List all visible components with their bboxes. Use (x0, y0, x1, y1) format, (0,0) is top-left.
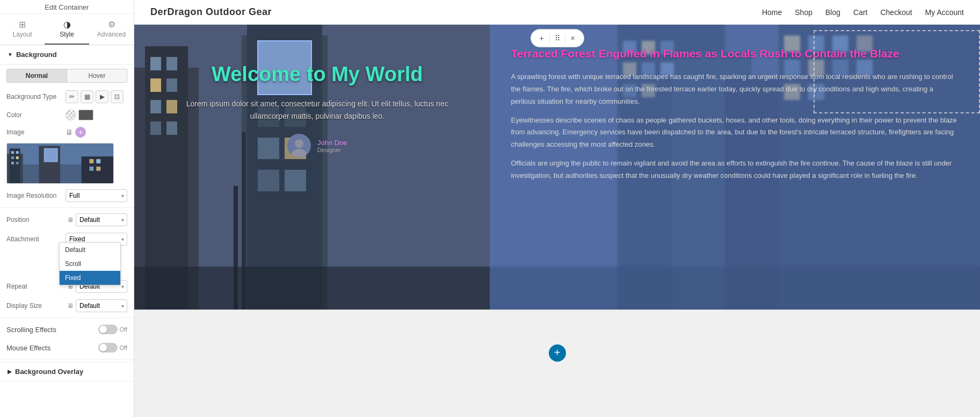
svg-rect-8 (11, 162, 14, 164)
hero-section: + ⠿ × Welcome to M (134, 25, 980, 310)
attachment-option-fixed[interactable]: Fixed (60, 271, 120, 285)
image-preview-svg (7, 143, 113, 184)
color-label: Color (6, 111, 66, 119)
background-type-label: Background Type (6, 93, 66, 100)
position-select[interactable]: Default Top Left Center (76, 213, 127, 226)
mouse-effects-track[interactable] (98, 343, 118, 353)
tab-style-label: Style (60, 31, 74, 38)
display-size-select[interactable]: Default Cover Contain (76, 299, 127, 312)
svg-rect-16 (89, 167, 93, 171)
scrolling-effects-row: Scrolling Effects Off (0, 320, 134, 339)
scrolling-effects-value: Off (120, 326, 127, 333)
image-controls: 🖥 + (66, 127, 127, 138)
nav-blog[interactable]: Blog (825, 8, 840, 17)
add-section-button[interactable]: + (549, 344, 566, 362)
tab-layout-label: Layout (12, 31, 32, 38)
svg-rect-6 (11, 156, 14, 159)
divider-3 (0, 359, 134, 360)
image-resolution-controls: Full Large Medium ▾ (66, 189, 127, 202)
state-normal-btn[interactable]: Normal (6, 69, 67, 83)
article-paragraph-2: Eyewitnesses describe scenes of chaos as… (511, 114, 959, 151)
scrolling-effects-label: Scrolling Effects (6, 326, 56, 334)
canvas-area: + ⠿ × Welcome to M (134, 25, 980, 417)
repeat-label: Repeat (6, 283, 66, 290)
hero-body-text: Lorem ipsum dolor sit amet, consectetur … (166, 98, 468, 124)
author-name: John Doe (317, 139, 347, 147)
bg-type-slideshow-icon[interactable]: ⊡ (111, 90, 124, 103)
add-icon: + (539, 34, 543, 42)
scrolling-effects-toggle[interactable]: Off (98, 325, 127, 334)
mouse-effects-label: Mouse Effects (6, 344, 50, 352)
avatar-svg (287, 134, 311, 157)
below-hero-section: + (134, 310, 980, 396)
hero-left-column: Welcome to My World Lorem ipsum dolor si… (134, 25, 490, 310)
attachment-dropdown-menu: Default Scroll Fixed (59, 242, 121, 285)
hero-author: John Doe Designer (287, 134, 347, 157)
nav-home[interactable]: Home (762, 8, 782, 17)
drag-handle-button[interactable]: ⠿ (551, 32, 564, 45)
color-swatch-row (66, 110, 93, 120)
state-hover-btn[interactable]: Hover (67, 69, 127, 83)
image-resolution-row: Image Resolution Full Large Medium ▾ (0, 186, 134, 205)
mouse-effects-row: Mouse Effects Off (0, 339, 134, 357)
tab-layout[interactable]: ⊞ Layout (0, 14, 45, 45)
mouse-effects-thumb (99, 344, 107, 351)
svg-point-66 (295, 139, 303, 148)
position-select-wrap[interactable]: Default Top Left Center ▾ (76, 213, 127, 226)
floating-toolbar: + ⠿ × (531, 29, 584, 47)
background-section-header[interactable]: ▼ Background (0, 45, 134, 64)
svg-rect-15 (96, 159, 100, 163)
nav-cart[interactable]: Cart (853, 8, 867, 17)
image-preview-inner (7, 143, 113, 183)
svg-rect-5 (16, 151, 19, 154)
color-row: Color (0, 106, 134, 124)
color-picker-rect[interactable] (78, 110, 93, 120)
image-resolution-select-wrap[interactable]: Full Large Medium ▾ (66, 189, 127, 202)
svg-rect-17 (96, 167, 100, 171)
bg-type-video-icon[interactable]: ▶ (96, 90, 108, 103)
background-section-label: Background (16, 51, 57, 59)
author-role: Designer (317, 147, 347, 153)
scrolling-effects-track[interactable] (98, 325, 118, 334)
image-label: Image (6, 128, 66, 136)
advanced-icon: ⚙ (89, 19, 134, 30)
svg-rect-4 (11, 151, 14, 154)
svg-rect-14 (89, 159, 93, 163)
tab-style[interactable]: ◑ Style (45, 14, 89, 45)
background-overlay-label: Background Overlay (15, 368, 83, 376)
author-avatar (287, 134, 311, 157)
nav-checkout[interactable]: Checkout (880, 8, 912, 17)
attachment-label: Attachment (6, 235, 66, 243)
bg-type-icons: ✏ ▦ ▶ ⊡ (66, 90, 124, 103)
tab-advanced[interactable]: ⚙ Advanced (89, 14, 134, 45)
bg-type-gradient-icon[interactable]: ▦ (81, 90, 93, 103)
image-add-button[interactable]: + (75, 127, 86, 138)
selection-box (814, 30, 980, 113)
image-resolution-label: Image Resolution (6, 192, 66, 199)
image-row: Image 🖥 + (0, 124, 134, 141)
bg-type-color-icon[interactable]: ✏ (66, 90, 78, 103)
collapse-arrow-icon: ▼ (8, 52, 13, 57)
style-icon: ◑ (45, 19, 89, 30)
close-element-button[interactable]: × (567, 32, 579, 45)
nav-shop[interactable]: Shop (795, 8, 812, 17)
attachment-option-scroll[interactable]: Scroll (60, 257, 120, 271)
display-size-select-wrap[interactable]: Default Cover Contain ▾ (76, 299, 127, 312)
site-title: DerDragon Outdoor Gear (150, 6, 272, 18)
nav-my-account[interactable]: My Account (925, 8, 964, 17)
drag-icon: ⠿ (555, 34, 560, 42)
background-overlay-header[interactable]: ▶ Background Overlay (0, 362, 134, 382)
mouse-effects-value: Off (120, 344, 127, 351)
attachment-option-default[interactable]: Default (60, 243, 120, 257)
hero-title: Welcome to My World (212, 62, 423, 87)
article-paragraph-3: Officials are urging the public to remai… (511, 157, 959, 182)
divider-1 (0, 207, 134, 208)
add-element-button[interactable]: + (535, 32, 548, 45)
display-size-controls: 🖥 Default Cover Contain ▾ (66, 299, 127, 312)
color-picker-circle[interactable] (66, 110, 76, 120)
image-resolution-select[interactable]: Full Large Medium (66, 189, 127, 202)
tab-advanced-label: Advanced (97, 31, 126, 38)
position-label: Position (6, 216, 66, 224)
state-toggle: Normal Hover (6, 69, 127, 83)
mouse-effects-toggle[interactable]: Off (98, 343, 127, 353)
